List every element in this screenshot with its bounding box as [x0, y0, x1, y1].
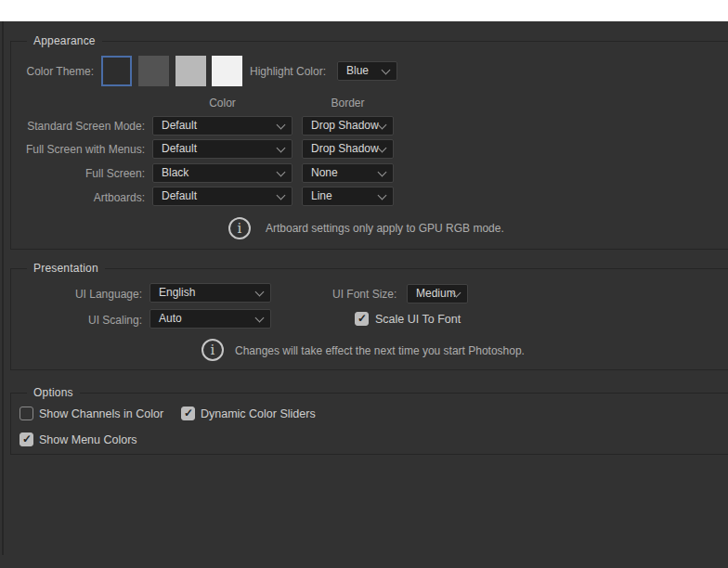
color-theme-swatch-darkest[interactable]	[101, 56, 132, 86]
ui-language-select[interactable]: English	[150, 283, 271, 303]
panel-left-divider	[2, 21, 4, 555]
highlight-color-select[interactable]: Blue	[337, 61, 397, 81]
chevron-down-icon	[277, 167, 286, 176]
chevron-down-icon	[277, 120, 286, 129]
restart-info-text: Changes will take effect the next time y…	[235, 344, 525, 357]
standard-screen-mode-label: Standard Screen Mode:	[11, 120, 145, 133]
chevron-down-icon	[382, 65, 391, 74]
ui-font-size-select[interactable]: Medium	[407, 284, 468, 303]
ui-language-label: UI Language:	[11, 288, 142, 301]
full-screen-color-select[interactable]: Black	[152, 163, 292, 183]
highlight-color-label: Highlight Color:	[250, 65, 326, 78]
color-column-header: Color	[152, 97, 292, 110]
full-screen-with-menus-label: Full Screen with Menus:	[11, 143, 145, 156]
ui-scaling-value: Auto	[159, 310, 182, 328]
options-group: Options Show Channels in Color Dynamic C…	[10, 393, 728, 455]
chevron-down-icon	[378, 120, 387, 129]
color-theme-swatch-light[interactable]	[176, 56, 206, 86]
dynamic-color-sliders-label: Dynamic Color Sliders	[201, 407, 316, 420]
preferences-window: Appearance Color Theme: Highlight Color:…	[0, 0, 728, 568]
info-icon: i	[228, 217, 251, 239]
border-column-header: Border	[302, 97, 394, 110]
standard-screen-mode-border-value: Drop Shadow	[311, 117, 379, 135]
show-menu-colors-checkbox[interactable]	[20, 432, 33, 446]
chevron-down-icon	[378, 167, 387, 176]
presentation-group-title: Presentation	[27, 262, 105, 275]
chevron-down-icon	[378, 143, 387, 152]
full-screen-border-value: None	[311, 164, 338, 182]
artboard-info-text: Artboard settings only apply to GPU RGB …	[266, 222, 504, 235]
standard-screen-mode-color-select[interactable]: Default	[152, 116, 292, 136]
scale-ui-to-font-label: Scale UI To Font	[375, 313, 461, 326]
ui-font-size-value: Medium	[416, 285, 456, 303]
artboards-color-value: Default	[162, 187, 197, 205]
standard-screen-mode-color-value: Default	[162, 117, 197, 135]
ui-scaling-label: UI Scaling:	[11, 314, 142, 327]
show-channels-in-color-label: Show Channels in Color	[39, 407, 163, 420]
chevron-down-icon	[378, 190, 387, 200]
full-screen-with-menus-border-select[interactable]: Drop Shadow	[302, 139, 394, 159]
chevron-down-icon	[277, 143, 286, 152]
show-channels-in-color-checkbox[interactable]	[20, 407, 33, 420]
preferences-panel: Appearance Color Theme: Highlight Color:…	[0, 21, 728, 568]
chevron-down-icon	[255, 313, 265, 322]
color-theme-label: Color Theme:	[11, 65, 94, 78]
color-theme-swatch-lightest[interactable]	[212, 56, 242, 86]
options-group-title: Options	[27, 386, 80, 399]
appearance-group-title: Appearance	[27, 34, 102, 47]
full-screen-with-menus-color-select[interactable]: Default	[152, 139, 292, 159]
full-screen-border-select[interactable]: None	[302, 163, 394, 183]
info-icon: i	[202, 339, 224, 361]
full-screen-with-menus-border-value: Drop Shadow	[311, 140, 379, 158]
ui-scaling-select[interactable]: Auto	[150, 309, 271, 329]
chevron-down-icon	[255, 287, 265, 296]
dynamic-color-sliders-checkbox[interactable]	[181, 407, 195, 420]
highlight-color-value: Blue	[346, 62, 369, 80]
full-screen-with-menus-color-value: Default	[162, 140, 197, 158]
full-screen-color-value: Black	[162, 164, 188, 182]
full-screen-label: Full Screen:	[11, 167, 145, 180]
color-theme-swatch-dark[interactable]	[138, 56, 169, 86]
artboards-color-select[interactable]: Default	[152, 187, 292, 206]
artboards-border-select[interactable]: Line	[302, 187, 394, 206]
standard-screen-mode-border-select[interactable]: Drop Shadow	[302, 116, 394, 136]
presentation-group: Presentation UI Language: English UI Fon…	[10, 268, 728, 370]
appearance-group: Appearance Color Theme: Highlight Color:…	[10, 41, 728, 250]
artboards-label: Artboards:	[11, 191, 145, 204]
scale-ui-to-font-checkbox[interactable]	[355, 312, 369, 326]
artboards-border-value: Line	[311, 187, 332, 205]
chevron-down-icon	[277, 190, 286, 200]
ui-language-value: English	[159, 284, 195, 302]
show-menu-colors-label: Show Menu Colors	[39, 433, 137, 446]
ui-font-size-label: UI Font Size:	[332, 288, 396, 301]
